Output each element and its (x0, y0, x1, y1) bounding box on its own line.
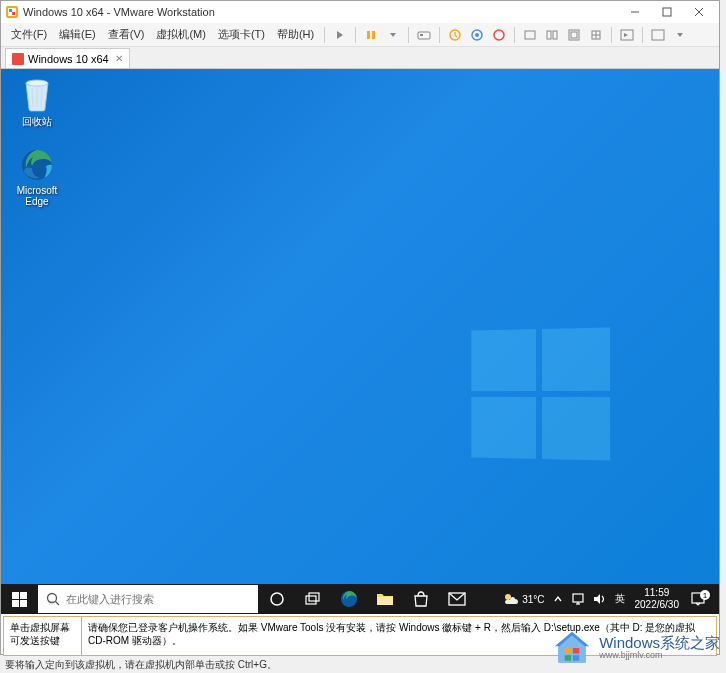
toolbar-separator (611, 27, 612, 43)
watermark: Windows系统之家 www.bjjmlv.com (553, 629, 720, 667)
toolbar-power-dropdown[interactable] (330, 25, 350, 45)
svg-rect-41 (377, 597, 393, 605)
minimize-button[interactable] (619, 1, 651, 23)
toolbar-separator (324, 27, 325, 43)
hint-left: 单击虚拟屏幕可发送按键 (4, 617, 82, 655)
clock[interactable]: 11:59 2022/6/30 (629, 587, 686, 611)
svg-rect-50 (565, 648, 571, 653)
svg-rect-13 (420, 34, 423, 36)
taskbar: 31°C 英 11:59 2022/6/30 (1, 584, 719, 614)
ime-label: 英 (615, 592, 625, 606)
svg-marker-49 (559, 635, 586, 662)
notification-center-button[interactable]: 1 (685, 584, 715, 614)
toolbar-dropdown-2[interactable] (670, 25, 690, 45)
svg-rect-44 (573, 594, 583, 602)
close-button[interactable] (683, 1, 715, 23)
network-icon[interactable] (567, 584, 589, 614)
vm-display[interactable]: 回收站 Microsoft Edge (1, 69, 719, 614)
send-ctrl-alt-del-button[interactable] (414, 25, 434, 45)
view-multi-button[interactable] (542, 25, 562, 45)
toolbar-separator (355, 27, 356, 43)
window-title: Windows 10 x64 - VMware Workstation (23, 6, 619, 18)
view-single-button[interactable] (520, 25, 540, 45)
menu-view[interactable]: 查看(V) (102, 24, 151, 45)
clock-date: 2022/6/30 (635, 599, 680, 611)
revert-button[interactable] (489, 25, 509, 45)
svg-point-35 (48, 594, 57, 603)
taskbar-mail-button[interactable] (439, 584, 475, 614)
notif-badge: 1 (700, 590, 710, 600)
svg-rect-28 (652, 30, 664, 40)
svg-marker-11 (390, 33, 396, 37)
weather-temp: 31°C (522, 594, 544, 605)
svg-marker-29 (677, 33, 683, 37)
search-box[interactable] (38, 585, 258, 613)
toolbar-separator (439, 27, 440, 43)
ime-indicator[interactable]: 英 (611, 584, 629, 614)
fullscreen-button[interactable] (564, 25, 584, 45)
svg-point-37 (271, 593, 283, 605)
taskbar-edge-button[interactable] (331, 584, 367, 614)
guest-desktop[interactable]: 回收站 Microsoft Edge (1, 69, 719, 584)
svg-rect-9 (367, 31, 370, 39)
search-input[interactable] (66, 593, 250, 605)
task-view-button[interactable] (295, 584, 331, 614)
svg-point-16 (475, 33, 479, 37)
menu-vm[interactable]: 虚拟机(M) (150, 24, 212, 45)
watermark-title: Windows系统之家 (599, 635, 720, 652)
svg-rect-52 (565, 655, 571, 660)
tray-chevron[interactable] (549, 584, 567, 614)
menu-edit[interactable]: 编辑(E) (53, 24, 102, 45)
start-button[interactable] (1, 584, 37, 614)
stretch-button[interactable] (648, 25, 668, 45)
svg-rect-2 (9, 9, 12, 12)
search-icon (46, 592, 60, 606)
svg-rect-22 (571, 32, 577, 38)
menu-file[interactable]: 文件(F) (5, 24, 53, 45)
weather-widget[interactable]: 31°C (499, 584, 548, 614)
svg-rect-3 (12, 12, 15, 15)
watermark-url: www.bjjmlv.com (599, 651, 720, 661)
recycle-bin-label: 回收站 (7, 115, 67, 129)
windows-logo-icon (12, 592, 27, 607)
svg-rect-18 (525, 31, 535, 39)
taskbar-store-button[interactable] (403, 584, 439, 614)
tab-vm[interactable]: Windows 10 x64 ✕ (5, 48, 130, 68)
menu-help[interactable]: 帮助(H) (271, 24, 320, 45)
titlebar: Windows 10 x64 - VMware Workstation (1, 1, 719, 23)
svg-rect-19 (547, 31, 551, 39)
trash-icon (19, 77, 55, 113)
vmware-icon (5, 5, 19, 19)
maximize-button[interactable] (651, 1, 683, 23)
svg-marker-8 (337, 31, 343, 39)
svg-rect-20 (553, 31, 557, 39)
toolbar-separator (514, 27, 515, 43)
svg-rect-53 (573, 655, 579, 660)
menu-tabs[interactable]: 选项卡(T) (212, 24, 271, 45)
console-view-button[interactable] (617, 25, 637, 45)
vm-power-icon (12, 53, 24, 65)
recycle-bin-icon[interactable]: 回收站 (7, 77, 67, 129)
volume-icon[interactable] (589, 584, 611, 614)
windows-logo-wallpaper (471, 327, 610, 460)
snapshot-button[interactable] (445, 25, 465, 45)
toolbar-separator (408, 27, 409, 43)
tab-close-icon[interactable]: ✕ (115, 53, 123, 64)
window-controls (619, 1, 715, 23)
toolbar-dropdown[interactable] (383, 25, 403, 45)
svg-rect-5 (663, 8, 671, 16)
browser-icon (19, 147, 55, 183)
cortana-button[interactable] (259, 584, 295, 614)
svg-point-30 (26, 80, 48, 86)
vmware-window: Windows 10 x64 - VMware Workstation 文件(F… (0, 0, 720, 655)
svg-line-36 (56, 602, 60, 606)
taskbar-explorer-button[interactable] (367, 584, 403, 614)
tab-label: Windows 10 x64 (28, 53, 109, 65)
toolbar-separator (642, 27, 643, 43)
pause-button[interactable] (361, 25, 381, 45)
edge-icon[interactable]: Microsoft Edge (7, 147, 67, 207)
watermark-text: Windows系统之家 www.bjjmlv.com (599, 635, 720, 661)
snapshot-manager-button[interactable] (467, 25, 487, 45)
unity-button[interactable] (586, 25, 606, 45)
tabbar: Windows 10 x64 ✕ (1, 47, 719, 69)
